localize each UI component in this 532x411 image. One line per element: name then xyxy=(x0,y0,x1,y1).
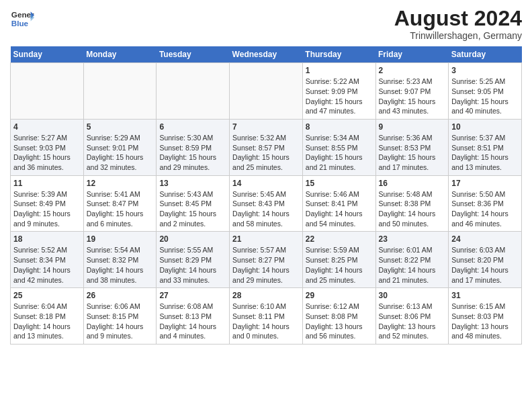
calendar-day xyxy=(157,63,230,120)
calendar-day: 8Sunrise: 5:34 AMSunset: 8:55 PMDaylight… xyxy=(302,119,375,175)
day-info: Sunrise: 6:03 AMSunset: 8:20 PMDaylight:… xyxy=(451,245,519,285)
calendar-day: 19Sunrise: 5:54 AMSunset: 8:32 PMDayligh… xyxy=(83,232,157,288)
calendar-day: 1Sunrise: 5:22 AMSunset: 9:09 PMDaylight… xyxy=(302,63,375,120)
col-thursday: Thursday xyxy=(302,46,375,63)
day-number: 2 xyxy=(379,66,446,75)
day-number: 15 xyxy=(306,179,373,188)
calendar-table: Sunday Monday Tuesday Wednesday Thursday… xyxy=(10,46,522,345)
col-sunday: Sunday xyxy=(11,46,84,63)
day-number: 16 xyxy=(379,179,446,188)
day-info: Sunrise: 5:50 AMSunset: 8:36 PMDaylight:… xyxy=(451,189,519,229)
day-number: 29 xyxy=(306,291,373,300)
calendar-day: 4Sunrise: 5:27 AMSunset: 9:03 PMDaylight… xyxy=(11,119,84,175)
day-number: 27 xyxy=(159,291,226,300)
day-info: Sunrise: 6:04 AMSunset: 8:18 PMDaylight:… xyxy=(13,302,81,341)
calendar-day: 25Sunrise: 6:04 AMSunset: 8:18 PMDayligh… xyxy=(11,288,84,345)
col-friday: Friday xyxy=(375,46,449,63)
calendar-day: 31Sunrise: 6:15 AMSunset: 8:03 PMDayligh… xyxy=(449,288,522,345)
day-number: 24 xyxy=(451,234,519,244)
calendar-day: 20Sunrise: 5:55 AMSunset: 8:29 PMDayligh… xyxy=(157,232,230,288)
day-info: Sunrise: 6:15 AMSunset: 8:03 PMDaylight:… xyxy=(451,302,519,341)
day-info: Sunrise: 5:54 AMSunset: 8:32 PMDaylight:… xyxy=(87,245,154,285)
day-info: Sunrise: 5:39 AMSunset: 8:49 PMDaylight:… xyxy=(13,189,81,229)
calendar-day: 27Sunrise: 6:08 AMSunset: 8:13 PMDayligh… xyxy=(157,288,230,345)
calendar-day: 15Sunrise: 5:46 AMSunset: 8:41 PMDayligh… xyxy=(302,175,375,232)
calendar-day: 3Sunrise: 5:25 AMSunset: 9:05 PMDaylight… xyxy=(449,63,522,120)
logo: General Blue xyxy=(10,7,34,31)
day-info: Sunrise: 5:43 AMSunset: 8:45 PMDaylight:… xyxy=(159,189,226,229)
svg-text:Blue: Blue xyxy=(11,19,29,28)
col-wednesday: Wednesday xyxy=(230,46,303,63)
calendar-week-4: 18Sunrise: 5:52 AMSunset: 8:34 PMDayligh… xyxy=(11,232,522,288)
calendar-day: 21Sunrise: 5:57 AMSunset: 8:27 PMDayligh… xyxy=(230,232,303,288)
calendar-day: 26Sunrise: 6:06 AMSunset: 8:15 PMDayligh… xyxy=(83,288,157,345)
calendar-title: August 2024 xyxy=(394,7,522,30)
day-number: 10 xyxy=(451,122,519,132)
day-number: 7 xyxy=(232,122,300,132)
page-header: General Blue August 2024 Trinwillershage… xyxy=(10,7,522,41)
logo-icon: General Blue xyxy=(10,7,34,31)
day-number: 9 xyxy=(379,122,446,132)
day-number: 31 xyxy=(451,291,519,300)
calendar-day: 17Sunrise: 5:50 AMSunset: 8:36 PMDayligh… xyxy=(449,175,522,232)
day-info: Sunrise: 6:13 AMSunset: 8:06 PMDaylight:… xyxy=(379,302,446,341)
header-row: Sunday Monday Tuesday Wednesday Thursday… xyxy=(11,46,522,63)
day-info: Sunrise: 5:32 AMSunset: 8:57 PMDaylight:… xyxy=(232,133,300,173)
day-number: 18 xyxy=(13,234,81,244)
day-info: Sunrise: 5:27 AMSunset: 9:03 PMDaylight:… xyxy=(13,133,81,173)
calendar-day: 18Sunrise: 5:52 AMSunset: 8:34 PMDayligh… xyxy=(11,232,84,288)
day-info: Sunrise: 5:23 AMSunset: 9:07 PMDaylight:… xyxy=(379,77,446,116)
day-info: Sunrise: 6:06 AMSunset: 8:15 PMDaylight:… xyxy=(87,302,154,341)
title-block: August 2024 Trinwillershagen, Germany xyxy=(394,7,522,41)
day-info: Sunrise: 5:34 AMSunset: 8:55 PMDaylight:… xyxy=(306,133,373,173)
calendar-day: 10Sunrise: 5:37 AMSunset: 8:51 PMDayligh… xyxy=(449,119,522,175)
calendar-day: 13Sunrise: 5:43 AMSunset: 8:45 PMDayligh… xyxy=(157,175,230,232)
calendar-day: 6Sunrise: 5:30 AMSunset: 8:59 PMDaylight… xyxy=(157,119,230,175)
day-info: Sunrise: 5:37 AMSunset: 8:51 PMDaylight:… xyxy=(451,133,519,173)
day-number: 19 xyxy=(87,234,154,244)
calendar-week-3: 11Sunrise: 5:39 AMSunset: 8:49 PMDayligh… xyxy=(11,175,522,232)
day-number: 14 xyxy=(232,179,300,188)
day-info: Sunrise: 6:08 AMSunset: 8:13 PMDaylight:… xyxy=(159,302,226,341)
day-number: 6 xyxy=(159,122,226,132)
day-info: Sunrise: 5:29 AMSunset: 9:01 PMDaylight:… xyxy=(87,133,154,173)
day-info: Sunrise: 5:45 AMSunset: 8:43 PMDaylight:… xyxy=(232,189,300,229)
calendar-day: 9Sunrise: 5:36 AMSunset: 8:53 PMDaylight… xyxy=(375,119,449,175)
calendar-day: 16Sunrise: 5:48 AMSunset: 8:38 PMDayligh… xyxy=(375,175,449,232)
day-info: Sunrise: 5:55 AMSunset: 8:29 PMDaylight:… xyxy=(159,245,226,285)
day-number: 17 xyxy=(451,179,519,188)
day-number: 4 xyxy=(13,122,81,132)
calendar-day: 28Sunrise: 6:10 AMSunset: 8:11 PMDayligh… xyxy=(230,288,303,345)
calendar-day: 11Sunrise: 5:39 AMSunset: 8:49 PMDayligh… xyxy=(11,175,84,232)
day-number: 8 xyxy=(306,122,373,132)
col-tuesday: Tuesday xyxy=(157,46,230,63)
day-number: 21 xyxy=(232,234,300,244)
day-number: 11 xyxy=(13,179,81,188)
calendar-day: 7Sunrise: 5:32 AMSunset: 8:57 PMDaylight… xyxy=(230,119,303,175)
calendar-week-5: 25Sunrise: 6:04 AMSunset: 8:18 PMDayligh… xyxy=(11,288,522,345)
day-number: 5 xyxy=(87,122,154,132)
day-number: 3 xyxy=(451,66,519,75)
day-info: Sunrise: 5:48 AMSunset: 8:38 PMDaylight:… xyxy=(379,189,446,229)
calendar-day: 12Sunrise: 5:41 AMSunset: 8:47 PMDayligh… xyxy=(83,175,157,232)
day-info: Sunrise: 5:30 AMSunset: 8:59 PMDaylight:… xyxy=(159,133,226,173)
calendar-week-2: 4Sunrise: 5:27 AMSunset: 9:03 PMDaylight… xyxy=(11,119,522,175)
day-info: Sunrise: 5:46 AMSunset: 8:41 PMDaylight:… xyxy=(306,189,373,229)
day-info: Sunrise: 5:22 AMSunset: 9:09 PMDaylight:… xyxy=(306,77,373,116)
col-saturday: Saturday xyxy=(449,46,522,63)
col-monday: Monday xyxy=(83,46,157,63)
calendar-day xyxy=(230,63,303,120)
day-number: 26 xyxy=(87,291,154,300)
calendar-day: 29Sunrise: 6:12 AMSunset: 8:08 PMDayligh… xyxy=(302,288,375,345)
day-number: 30 xyxy=(379,291,446,300)
calendar-day xyxy=(83,63,157,120)
day-number: 20 xyxy=(159,234,226,244)
day-info: Sunrise: 5:57 AMSunset: 8:27 PMDaylight:… xyxy=(232,245,300,285)
day-info: Sunrise: 6:01 AMSunset: 8:22 PMDaylight:… xyxy=(379,245,446,285)
day-number: 12 xyxy=(87,179,154,188)
day-number: 13 xyxy=(159,179,226,188)
day-info: Sunrise: 5:59 AMSunset: 8:25 PMDaylight:… xyxy=(306,245,373,285)
day-number: 1 xyxy=(306,66,373,75)
day-info: Sunrise: 6:10 AMSunset: 8:11 PMDaylight:… xyxy=(232,302,300,341)
calendar-day: 22Sunrise: 5:59 AMSunset: 8:25 PMDayligh… xyxy=(302,232,375,288)
